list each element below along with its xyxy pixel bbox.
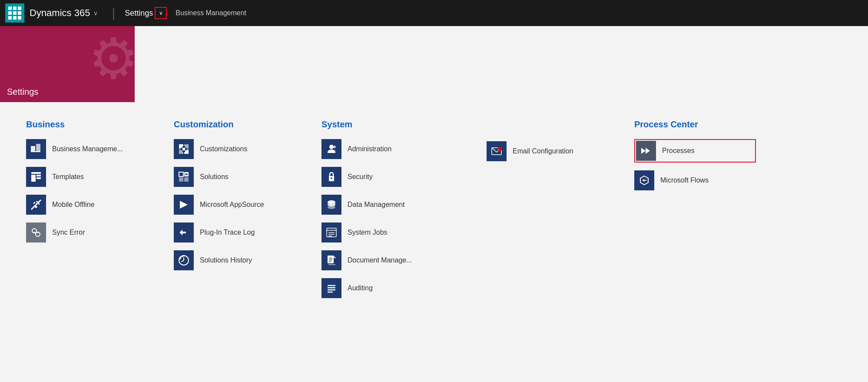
- menu-label: Sync Error: [52, 229, 85, 236]
- menu-item-administration[interactable]: Administration: [321, 139, 461, 159]
- svg-rect-23: [179, 177, 183, 182]
- svg-rect-3: [31, 172, 41, 174]
- menu-label: Solutions History: [200, 256, 252, 264]
- menu-item-data-management[interactable]: Data Management: [321, 195, 461, 215]
- menu-item-document-management[interactable]: Document Manage...: [321, 250, 461, 270]
- menu-item-processes[interactable]: Processes: [636, 141, 754, 161]
- menu-item-business-management[interactable]: Business Manageme...: [26, 139, 148, 159]
- security-icon: [321, 167, 341, 187]
- customization-section: Customization Customizations: [174, 120, 295, 306]
- menu-label: Security: [348, 173, 373, 181]
- menu-label: Customizations: [200, 145, 247, 153]
- templates-icon: [26, 167, 46, 187]
- chevron-down-icon: ∨: [159, 10, 163, 16]
- svg-point-34: [331, 177, 332, 179]
- svg-rect-4: [31, 175, 36, 182]
- header: Dynamics 365 ∨ | Settings ∨ Business Man…: [0, 0, 868, 26]
- auditing-icon: [321, 278, 341, 298]
- header-separator: |: [112, 6, 115, 20]
- settings-nav-label[interactable]: Settings: [125, 9, 153, 18]
- business-section: Business Business Manageme...: [26, 120, 148, 306]
- menu-label: Mobile Offline: [52, 201, 95, 209]
- svg-text:!: !: [498, 148, 499, 151]
- menu-label: Microsoft Flows: [660, 176, 709, 184]
- menu-label: Plug-In Trace Log: [200, 229, 255, 236]
- menu-item-appsource[interactable]: Microsoft AppSource: [174, 195, 295, 215]
- menu-label: Microsoft AppSource: [200, 201, 264, 209]
- data-management-icon: [321, 195, 341, 215]
- svg-rect-19: [179, 172, 183, 176]
- settings-dropdown-button[interactable]: ∨: [155, 7, 167, 19]
- svg-rect-0: [31, 146, 35, 152]
- menu-item-customizations[interactable]: Customizations: [174, 139, 295, 159]
- menu-label: Administration: [348, 145, 391, 153]
- plugin-trace-log-icon: [174, 223, 194, 242]
- svg-point-31: [329, 145, 334, 149]
- svg-marker-44: [334, 256, 336, 258]
- app-chevron[interactable]: ∨: [93, 10, 98, 17]
- svg-rect-1: [36, 144, 40, 152]
- menu-item-solutions[interactable]: Solutions: [174, 167, 295, 187]
- customization-title: Customization: [174, 120, 295, 130]
- gear-icon: ⚙: [88, 30, 135, 87]
- solutions-history-icon: [174, 250, 194, 270]
- solutions-icon: [174, 167, 194, 187]
- svg-rect-6: [36, 177, 41, 179]
- processes-icon: [636, 141, 656, 161]
- svg-marker-56: [641, 148, 646, 154]
- svg-point-37: [328, 206, 335, 209]
- svg-point-32: [333, 146, 336, 148]
- svg-point-8: [35, 206, 37, 208]
- processes-highlighted-wrapper: Processes: [634, 139, 756, 163]
- system-col2-section: ! Email Configuration: [487, 120, 608, 306]
- hero-banner: ⚙ Settings: [0, 26, 135, 102]
- document-management-icon: [321, 250, 341, 270]
- app-name: Dynamics 365: [30, 7, 90, 19]
- menu-item-auditing[interactable]: Auditing: [321, 278, 461, 298]
- menu-item-system-jobs[interactable]: System Jobs: [321, 223, 461, 242]
- business-title: Business: [26, 120, 148, 130]
- svg-rect-45: [328, 264, 335, 265]
- customizations-icon: [174, 139, 194, 159]
- menu-item-solutions-history[interactable]: Solutions History: [174, 250, 295, 270]
- menu-item-email-configuration[interactable]: ! Email Configuration: [487, 141, 608, 161]
- main-content: Business Business Manageme...: [0, 102, 868, 323]
- menu-item-sync-error[interactable]: Sync Error: [26, 223, 148, 242]
- svg-rect-2: [31, 151, 40, 152]
- menu-label: System Jobs: [348, 229, 388, 236]
- system-title: System: [321, 120, 461, 130]
- microsoft-flows-icon: [634, 170, 654, 190]
- svg-marker-27: [180, 229, 182, 236]
- hero-label: Settings: [7, 87, 38, 97]
- svg-marker-57: [646, 148, 650, 154]
- menu-label: Document Manage...: [348, 256, 412, 264]
- svg-rect-43: [328, 256, 334, 263]
- svg-rect-18: [182, 148, 185, 150]
- mobile-offline-icon: [26, 195, 46, 215]
- administration-icon: [321, 139, 341, 159]
- menu-label: Email Configuration: [513, 147, 573, 155]
- system-jobs-icon: [321, 223, 341, 242]
- menu-label: Auditing: [348, 284, 373, 292]
- process-center-title: Process Center: [634, 120, 756, 130]
- menu-label: Solutions: [200, 173, 229, 181]
- menu-label: Business Manageme...: [52, 145, 123, 153]
- menu-item-security[interactable]: Security: [321, 167, 461, 187]
- email-configuration-icon: !: [487, 141, 507, 161]
- menu-label: Templates: [52, 173, 84, 181]
- menu-item-microsoft-flows[interactable]: Microsoft Flows: [634, 170, 756, 190]
- menu-item-mobile-offline[interactable]: Mobile Offline: [26, 195, 148, 215]
- svg-rect-24: [184, 177, 189, 182]
- menu-item-templates[interactable]: Templates: [26, 167, 148, 187]
- svg-rect-5: [36, 175, 41, 176]
- appsource-icon: [174, 195, 194, 215]
- breadcrumb: Business Management: [176, 9, 246, 17]
- business-management-icon: [26, 139, 46, 159]
- menu-item-plugin-trace-log[interactable]: Plug-In Trace Log: [174, 223, 295, 242]
- svg-rect-20: [184, 172, 189, 176]
- sync-error-icon: [26, 223, 46, 242]
- menu-label: Data Management: [348, 201, 405, 209]
- waffle-button[interactable]: [5, 3, 24, 23]
- menu-label: Processes: [662, 147, 695, 155]
- process-center-section: Process Center Processes: [634, 120, 756, 306]
